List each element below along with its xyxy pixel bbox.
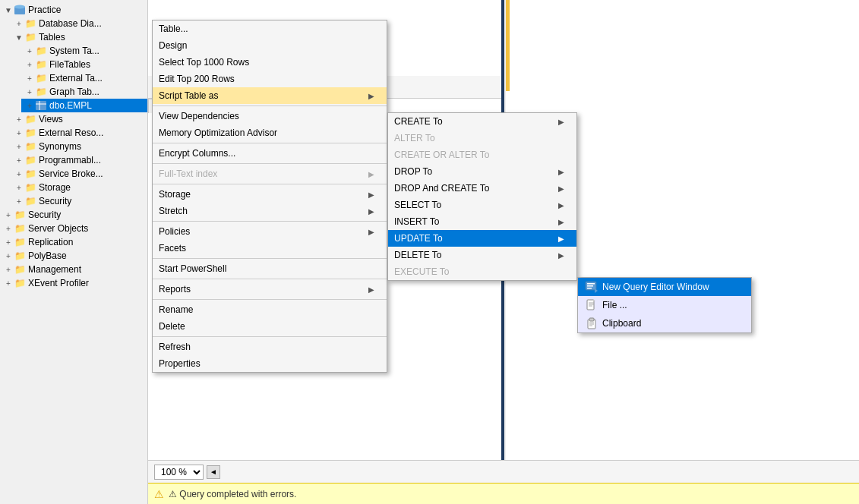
ctx-view-deps[interactable]: View Dependencies xyxy=(153,108,387,124)
sidebar-item-security-root[interactable]: + 📁 Security xyxy=(0,208,147,222)
sidebar-item-external-tables[interactable]: + 📁 External Ta... xyxy=(21,71,147,85)
expand-icon[interactable]: + xyxy=(3,223,14,234)
expand-icon[interactable]: + xyxy=(14,196,24,206)
expand-icon[interactable]: + xyxy=(14,114,24,124)
sidebar-label-service-broker: Service Broke... xyxy=(39,169,103,179)
ctx-insert-to[interactable]: INSERT To ▶ xyxy=(388,213,576,230)
ctx-drop-create[interactable]: DROP And CREATE To ▶ xyxy=(388,180,576,197)
ctx-select-to[interactable]: SELECT To ▶ xyxy=(388,197,576,213)
ctx-reports[interactable]: Reports ▶ xyxy=(153,281,387,298)
sidebar-label-graph-tables: Graph Tab... xyxy=(49,87,99,97)
ctx-storage-label: Storage xyxy=(159,189,191,200)
folder-icon: 📁 xyxy=(14,264,26,275)
ctx-encrypt-cols[interactable]: Encrypt Columns... xyxy=(153,145,387,162)
expand-icon[interactable]: + xyxy=(3,209,14,220)
ctx-table[interactable]: Table... xyxy=(153,20,387,37)
ctx-rename[interactable]: Rename xyxy=(153,301,387,318)
ctx-memory-opt[interactable]: Memory Optimization Advisor xyxy=(153,124,387,141)
db-icon xyxy=(14,5,26,15)
ctx-new-query-editor[interactable]: New Query Editor Window xyxy=(578,278,751,296)
ctx-create-to[interactable]: CREATE To ▶ xyxy=(388,113,576,130)
expand-icon[interactable]: ▼ xyxy=(14,32,24,43)
sidebar-item-security-sub[interactable]: + 📁 Security xyxy=(11,194,147,208)
expand-icon[interactable]: + xyxy=(3,237,14,247)
expand-icon[interactable]: + xyxy=(14,169,24,179)
ctx-select-top[interactable]: Select Top 1000 Rows xyxy=(153,54,387,71)
expand-icon[interactable]: + xyxy=(14,128,24,138)
sidebar-item-replication[interactable]: + 📁 Replication xyxy=(0,235,147,249)
sidebar-item-practice[interactable]: ▼ Practice xyxy=(0,3,147,17)
ctx-design[interactable]: Design xyxy=(153,37,387,54)
sidebar-item-xevent-profiler[interactable]: + 📁 XEvent Profiler xyxy=(0,276,147,290)
ctx-drop-to[interactable]: DROP To ▶ xyxy=(388,163,576,180)
expand-icon[interactable]: + xyxy=(14,182,24,193)
folder-icon: 📁 xyxy=(24,155,36,165)
separator xyxy=(153,279,387,279)
folder-icon: 📁 xyxy=(14,250,26,261)
ctx-start-powershell-label: Start PowerShell xyxy=(159,263,226,274)
ctx-delete-label: Delete xyxy=(159,321,185,332)
context-menu-update-to: New Query Editor Window File ... Clipboa… xyxy=(577,277,752,333)
expand-icon[interactable]: + xyxy=(24,59,35,70)
ctx-update-to[interactable]: UPDATE To ▶ xyxy=(388,230,576,247)
ctx-delete-to[interactable]: DELETE To ▶ xyxy=(388,247,576,263)
status-bar: ⚠ ⚠ Query completed with errors. xyxy=(148,483,859,504)
ctx-clipboard[interactable]: Clipboard xyxy=(578,314,751,332)
sidebar-item-storage[interactable]: + 📁 Storage xyxy=(11,181,147,194)
sidebar-item-external-resources[interactable]: + 📁 External Reso... xyxy=(11,126,147,140)
ctx-create-to-label: CREATE To xyxy=(394,116,443,127)
ctx-design-label: Design xyxy=(159,40,187,51)
sidebar-item-system-tables[interactable]: + 📁 System Ta... xyxy=(21,44,147,58)
expand-icon[interactable]: ▼ xyxy=(3,5,14,15)
expand-icon[interactable]: + xyxy=(24,73,35,83)
zoom-scroll-bottom[interactable]: ◄ xyxy=(207,465,220,479)
ctx-start-powershell[interactable]: Start PowerShell xyxy=(153,260,387,277)
expand-icon[interactable]: + xyxy=(14,155,24,165)
sidebar-label-filetables: FileTables xyxy=(49,59,90,70)
folder-icon: 📁 xyxy=(24,32,36,43)
ctx-facets-label: Facets xyxy=(159,243,186,254)
expand-icon[interactable]: + xyxy=(3,250,14,261)
ctx-stretch-label: Stretch xyxy=(159,206,188,216)
sidebar-item-graph-tables[interactable]: + 📁 Graph Tab... xyxy=(21,85,147,99)
sidebar-item-views[interactable]: + 📁 Views xyxy=(11,112,147,126)
expand-icon[interactable]: + xyxy=(24,46,35,56)
expand-icon[interactable]: + xyxy=(24,87,35,97)
expand-icon[interactable]: + xyxy=(14,141,24,152)
sidebar-item-dbo-empl[interactable]: + dbo.EMPL xyxy=(21,99,147,112)
expand-icon[interactable]: + xyxy=(14,18,24,29)
ctx-storage[interactable]: Storage ▶ xyxy=(153,186,387,203)
ctx-file[interactable]: File ... xyxy=(578,296,751,314)
ctx-full-text: Full-Text index ▶ xyxy=(153,165,387,182)
sidebar-item-programmability[interactable]: + 📁 Programmabl... xyxy=(11,153,147,167)
sidebar-item-service-broker[interactable]: + 📁 Service Broke... xyxy=(11,167,147,181)
ctx-script-table-label: Script Table as xyxy=(159,90,219,101)
sidebar-label-management: Management xyxy=(28,264,81,275)
sidebar-item-db-diagrams[interactable]: + 📁 Database Dia... xyxy=(11,17,147,30)
sidebar-item-synonyms[interactable]: + 📁 Synonyms xyxy=(11,140,147,153)
sidebar-item-filetables[interactable]: + 📁 FileTables xyxy=(21,58,147,71)
expand-icon[interactable]: + xyxy=(3,278,14,288)
ctx-alter-to-label: ALTER To xyxy=(394,133,435,143)
svg-rect-8 xyxy=(587,288,592,289)
folder-icon: 📁 xyxy=(24,182,36,193)
expand-icon[interactable]: + xyxy=(3,264,14,275)
folder-icon: 📁 xyxy=(24,18,36,29)
sidebar-item-polybase[interactable]: + 📁 PolyBase xyxy=(0,249,147,263)
ctx-edit-top[interactable]: Edit Top 200 Rows xyxy=(153,71,387,87)
sidebar-item-server-objects[interactable]: + 📁 Server Objects xyxy=(0,222,147,235)
ctx-policies[interactable]: Policies ▶ xyxy=(153,223,387,240)
separator xyxy=(153,299,387,300)
ctx-facets[interactable]: Facets xyxy=(153,240,387,257)
ctx-script-table[interactable]: Script Table as ▶ xyxy=(153,87,387,104)
ctx-refresh[interactable]: Refresh xyxy=(153,339,387,355)
folder-icon: 📁 xyxy=(24,141,36,152)
zoom-select-bottom[interactable]: 100 % xyxy=(154,465,204,480)
ctx-stretch[interactable]: Stretch ▶ xyxy=(153,203,387,219)
sidebar-item-management[interactable]: + 📁 Management xyxy=(0,263,147,276)
sidebar-item-tables[interactable]: ▼ 📁 Tables xyxy=(11,30,147,44)
ctx-properties[interactable]: Properties xyxy=(153,355,387,372)
svg-rect-6 xyxy=(587,283,595,285)
ctx-delete[interactable]: Delete xyxy=(153,318,387,335)
expand-icon[interactable]: + xyxy=(24,100,35,111)
